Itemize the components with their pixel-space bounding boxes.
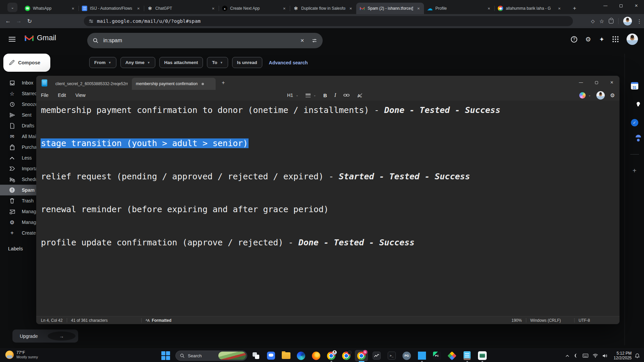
tab-close-icon[interactable]: ✕ — [136, 6, 141, 11]
taskbar-search-box[interactable]: Search — [175, 351, 247, 361]
reload-button[interactable]: ↻ — [24, 16, 35, 26]
taskbar-chrome-profile2-icon[interactable] — [339, 349, 354, 362]
main-menu-icon[interactable] — [9, 37, 15, 42]
browser-tab-gmail-spam[interactable]: Spam (2) - ishann.tforce@ ✕ — [356, 3, 424, 14]
taskbar-chrome-profile1-icon[interactable] — [324, 349, 339, 362]
help-icon[interactable]: ? — [571, 36, 577, 43]
browser-tab-profile[interactable]: ☁ Profile ✕ — [424, 3, 494, 14]
tab-search-button[interactable]: ⌄ — [7, 3, 17, 12]
list-format-icon[interactable] — [306, 94, 311, 97]
chip-has-attachment[interactable]: Has attachment — [159, 57, 203, 68]
taskbar-firefox-icon[interactable] — [309, 349, 324, 362]
taskbar-chat-icon[interactable] — [263, 349, 278, 362]
insert-link-icon[interactable] — [343, 93, 350, 97]
taskbar-notepad-icon[interactable] — [460, 349, 475, 362]
gemini-spark-icon[interactable]: ✦ — [599, 36, 604, 43]
touch-keyboard-icon[interactable] — [583, 354, 588, 358]
chip-to[interactable]: To▼ — [207, 57, 228, 68]
advanced-search-link[interactable]: Advanced search — [269, 60, 308, 65]
back-button[interactable]: ← — [3, 16, 13, 26]
reading-mode-icon[interactable]: ◇ — [591, 18, 595, 24]
notepad-tab-client-secret[interactable]: client_secret_2_60053885332-2reqe52rribe — [51, 78, 132, 90]
wifi-icon[interactable] — [593, 354, 598, 358]
taskbar-edge-icon[interactable] — [293, 349, 309, 362]
upgrade-button[interactable]: Upgrade → — [12, 329, 78, 343]
window-close-button[interactable]: ✕ — [629, 0, 644, 11]
volume-icon[interactable] — [602, 354, 607, 358]
search-highlight-image[interactable] — [218, 352, 246, 360]
menu-file[interactable]: File — [36, 93, 53, 98]
chevron-down-icon[interactable]: ⌄ — [313, 94, 316, 97]
chevron-down-icon[interactable]: ⌄ — [296, 94, 299, 97]
tab-close-icon[interactable]: ✕ — [282, 6, 287, 11]
zoom-level[interactable]: 190% — [512, 318, 522, 323]
heading-style-button[interactable]: H1 — [287, 93, 293, 98]
browser-tab-whatsapp[interactable]: ☎ WhatsApp ✕ — [21, 3, 78, 14]
tab-close-icon[interactable]: ✕ — [348, 6, 354, 11]
taskbar-pycharm-icon[interactable]: PC — [429, 349, 444, 362]
hidden-icons-chevron[interactable] — [566, 355, 569, 357]
browser-tab-create-next-app[interactable]: ▲ Create Next App ✕ — [219, 3, 290, 14]
taskbar-clock[interactable]: 5:12 PM 12/2/2025 — [614, 351, 632, 360]
start-button[interactable] — [161, 351, 170, 360]
taskbar-diamond-app-icon[interactable] — [444, 349, 460, 362]
window-restore-button[interactable] — [613, 0, 629, 11]
settings-gear-icon[interactable]: ⚙ — [585, 36, 591, 43]
notepad-tab-membership[interactable]: membership payment confirmation — [132, 78, 216, 90]
get-addons-icon[interactable]: + — [633, 167, 637, 175]
notepad-settings-gear-icon[interactable]: ⚙ — [610, 92, 615, 99]
menu-view[interactable]: View — [71, 93, 90, 98]
chip-from[interactable]: From▼ — [89, 57, 116, 68]
browser-tab-duplicate-flow[interactable]: ✻ Duplicate flow in Salesfor ✕ — [290, 3, 356, 14]
chip-any-time[interactable]: Any time▼ — [120, 57, 155, 68]
google-apps-grid-icon[interactable] — [612, 36, 619, 42]
notifications-bell-icon[interactable] — [635, 353, 640, 358]
taskbar-widgets-icon[interactable] — [248, 349, 263, 362]
tab-close-icon[interactable]: ✕ — [557, 6, 562, 11]
notepad-maximize-button[interactable] — [589, 76, 604, 89]
tab-close-icon[interactable]: ✕ — [416, 6, 421, 11]
window-minimize-button[interactable]: — — [598, 0, 613, 11]
browser-tab-google-search[interactable]: allahumma barik laha - G ✕ — [494, 3, 565, 14]
taskbar-terminal-icon[interactable]: >_ — [384, 349, 399, 362]
tasks-icon[interactable]: ✓ — [631, 119, 638, 126]
italic-button[interactable]: I — [334, 92, 336, 98]
account-avatar[interactable] — [627, 34, 638, 45]
forward-button[interactable]: → — [13, 16, 24, 26]
address-bar[interactable]: mail.google.com/mail/u/0/?ogbl#spam — [84, 16, 573, 26]
tab-close-icon[interactable]: ✕ — [70, 6, 76, 11]
mail-search-bar[interactable]: in:spam ✕ — [87, 33, 323, 48]
browser-profile-avatar[interactable] — [623, 17, 632, 25]
taskbar-taskpro-icon[interactable] — [475, 349, 490, 362]
notepad-account-avatar[interactable] — [596, 91, 605, 100]
taskbar-chrome-profile3-icon-active[interactable]: S — [354, 349, 369, 362]
site-settings-icon[interactable] — [89, 19, 94, 24]
browser-tab-chatgpt[interactable]: ✻ ChatGPT ✕ — [144, 3, 219, 14]
line-ending-type[interactable]: Windows (CRLF) — [530, 318, 561, 323]
chip-is-unread[interactable]: Is unread — [232, 57, 262, 68]
browser-menu-icon[interactable]: ⋮ — [637, 18, 642, 24]
weather-widget[interactable]: 77°F Mostly sunny — [5, 350, 38, 359]
menu-edit[interactable]: Edit — [53, 93, 71, 98]
extensions-icon[interactable] — [609, 19, 613, 23]
bookmark-star-icon[interactable]: ☆ — [599, 18, 604, 24]
taskbar-vscode-icon[interactable] — [414, 349, 429, 362]
search-filter-icon[interactable] — [312, 38, 317, 44]
chevron-down-icon[interactable]: ⌄ — [588, 94, 591, 97]
new-tab-button[interactable]: + — [570, 4, 579, 13]
taskbar-task-manager-icon[interactable] — [369, 349, 384, 362]
clear-search-icon[interactable]: ✕ — [300, 38, 304, 43]
search-query-text[interactable]: in:spam — [103, 38, 300, 44]
clear-formatting-icon[interactable]: Ab — [357, 93, 363, 98]
tab-close-icon[interactable]: ✕ — [211, 6, 216, 11]
browser-tab-isij[interactable]: ISIJ - Automation/Flows S ✕ — [78, 3, 144, 14]
notepad-minimize-button[interactable]: — — [573, 76, 589, 89]
notepad-new-tab-button[interactable]: + — [222, 80, 225, 86]
taskbar-postgresql-icon[interactable]: PG — [399, 349, 414, 362]
bold-button[interactable]: B — [323, 93, 327, 98]
tray-moon-icon[interactable] — [574, 353, 578, 358]
tab-close-icon[interactable]: ✕ — [486, 6, 492, 11]
calendar-icon[interactable]: 31 — [631, 82, 638, 89]
search-icon[interactable] — [93, 38, 99, 44]
encoding[interactable]: UTF-8 — [579, 318, 590, 323]
